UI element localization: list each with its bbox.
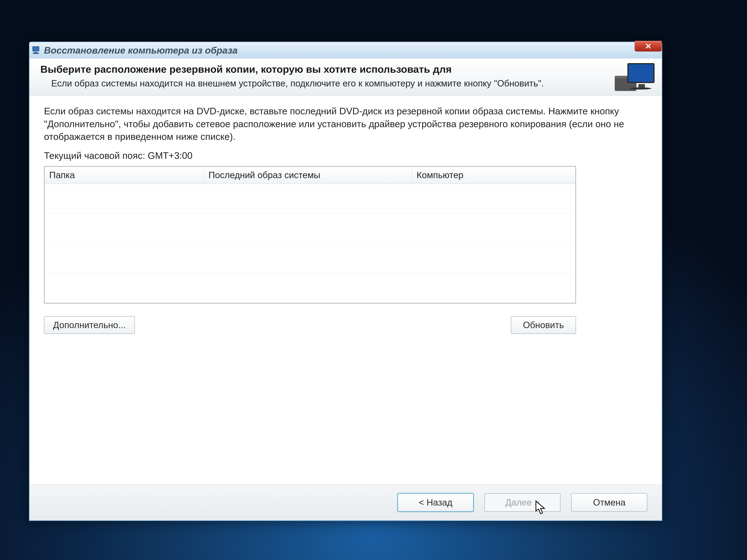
- close-button[interactable]: ✕: [635, 41, 662, 52]
- window-title: Восстановление компьютера из образа: [44, 45, 238, 56]
- list-header-row: Папка Последний образ системы Компьютер: [45, 167, 575, 184]
- mid-button-row: Дополнительно... Обновить: [44, 316, 576, 334]
- app-icon: [31, 46, 41, 55]
- cancel-button[interactable]: Отмена: [571, 493, 647, 512]
- back-button[interactable]: < Назад: [397, 493, 473, 512]
- column-latest-image[interactable]: Последний образ системы: [204, 167, 412, 184]
- titlebar[interactable]: Восстановление компьютера из образа ✕: [29, 42, 662, 58]
- computer-restore-icon: [615, 63, 654, 94]
- wizard-footer: < Назад Далее > Отмена: [29, 484, 662, 521]
- instructions-text: Если образ системы находится на DVD-диск…: [44, 105, 647, 143]
- next-button: Далее >: [484, 493, 561, 512]
- advanced-button[interactable]: Дополнительно...: [44, 316, 135, 334]
- backup-list[interactable]: Папка Последний образ системы Компьютер: [44, 166, 576, 303]
- list-rows-empty[interactable]: [45, 184, 575, 303]
- wizard-body: Если образ системы находится на DVD-диск…: [29, 96, 662, 484]
- column-folder[interactable]: Папка: [45, 167, 204, 184]
- desktop-background: Восстановление компьютера из образа ✕ Вы…: [0, 0, 747, 560]
- wizard-subtext: Если образ системы находится на внешнем …: [40, 78, 651, 89]
- column-computer[interactable]: Компьютер: [412, 167, 575, 184]
- timezone-label: Текущий часовой пояс: GMT+3:00: [44, 150, 647, 161]
- refresh-button[interactable]: Обновить: [511, 316, 576, 334]
- wizard-header: Выберите расположение резервной копии, к…: [29, 58, 662, 96]
- close-icon: ✕: [645, 42, 652, 51]
- restore-wizard-window: Восстановление компьютера из образа ✕ Вы…: [29, 42, 662, 521]
- wizard-heading: Выберите расположение резервной копии, к…: [40, 63, 651, 75]
